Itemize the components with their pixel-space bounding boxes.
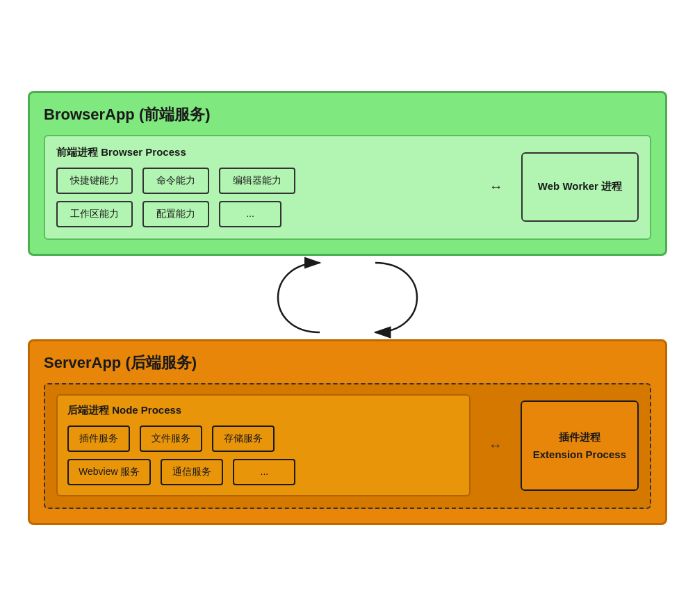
web-worker-box: Web Worker 进程 — [521, 152, 639, 222]
server-process-area: 后端进程 Node Process 插件服务 文件服务 存储服务 Webview… — [56, 394, 471, 496]
server-capability-grid: 插件服务 文件服务 存储服务 Webview 服务 通信服务 ... — [67, 425, 459, 485]
capability-webview: Webview 服务 — [67, 459, 151, 485]
extension-box: 插件进程 Extension Process — [521, 400, 639, 491]
diagram-container: BrowserApp (前端服务) 前端进程 Browser Process 快… — [28, 77, 667, 539]
browser-arrow: ↔ — [485, 179, 507, 195]
server-app-title: ServerApp (后端服务) — [44, 352, 651, 373]
capability-plugin: 插件服务 — [67, 425, 130, 452]
browser-capability-grid: 快捷键能力 命令能力 编辑器能力 工作区能力 配置能力 ... — [56, 168, 471, 227]
browser-inner-box: 前端进程 Browser Process 快捷键能力 命令能力 编辑器能力 工作… — [44, 135, 651, 240]
extension-label-1: 插件进程 — [559, 431, 600, 444]
browser-app-title: BrowserApp (前端服务) — [44, 104, 651, 125]
capability-command: 命令能力 — [142, 168, 209, 194]
capability-workspace: 工作区能力 — [56, 201, 133, 227]
browser-capability-row-2: 工作区能力 配置能力 ... — [56, 201, 471, 227]
capability-file: 文件服务 — [140, 425, 202, 452]
extension-label-2: Extension Process — [533, 448, 626, 460]
arrows-svg — [208, 256, 486, 339]
server-capability-row-2: Webview 服务 通信服务 ... — [67, 459, 459, 485]
server-process-title: 后端进程 Node Process — [67, 404, 459, 417]
arrows-section — [28, 256, 667, 339]
browser-capability-row-1: 快捷键能力 命令能力 编辑器能力 — [56, 168, 471, 194]
capability-hotkey: 快捷键能力 — [56, 168, 133, 194]
capability-more-server: ... — [233, 459, 295, 485]
capability-config: 配置能力 — [142, 201, 209, 227]
capability-storage: 存储服务 — [212, 425, 275, 452]
server-arrow: ↔ — [484, 437, 507, 453]
browser-app-section: BrowserApp (前端服务) 前端进程 Browser Process 快… — [28, 91, 667, 256]
browser-process-title: 前端进程 Browser Process — [56, 146, 471, 159]
capability-editor: 编辑器能力 — [219, 168, 295, 194]
capability-comm: 通信服务 — [161, 459, 223, 485]
browser-process-area: 前端进程 Browser Process 快捷键能力 命令能力 编辑器能力 工作… — [56, 146, 471, 227]
server-inner-box: 后端进程 Node Process 插件服务 文件服务 存储服务 Webview… — [44, 383, 651, 509]
server-app-section: ServerApp (后端服务) 后端进程 Node Process 插件服务 … — [28, 339, 667, 525]
server-capability-row-1: 插件服务 文件服务 存储服务 — [67, 425, 459, 452]
web-worker-label: Web Worker 进程 — [538, 180, 622, 193]
capability-more-browser: ... — [219, 201, 281, 227]
